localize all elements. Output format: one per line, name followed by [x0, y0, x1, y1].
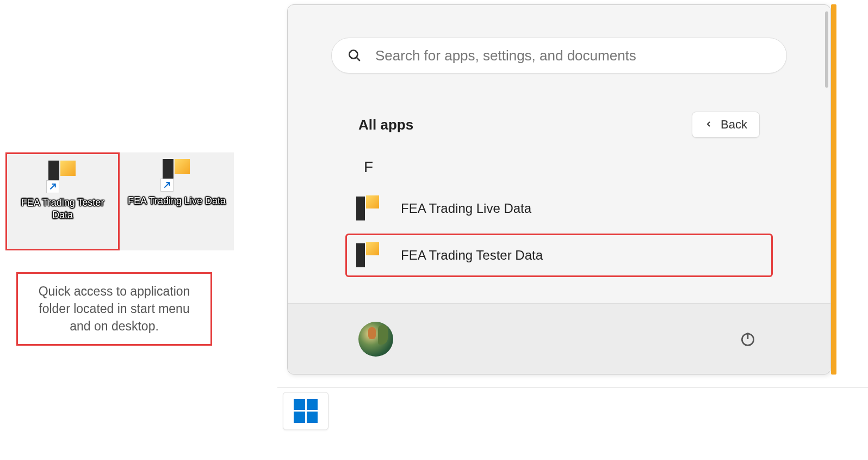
app-item-label: FEA Trading Tester Data: [401, 248, 543, 263]
power-button[interactable]: [736, 327, 760, 351]
app-item-label: FEA Trading Live Data: [401, 201, 531, 216]
search-input[interactable]: [375, 47, 771, 64]
desktop-shortcut-fea-tester[interactable]: FEA Trading Tester Data: [5, 152, 120, 250]
app-item-fea-live[interactable]: FEA Trading Live Data: [345, 187, 773, 230]
app-icon: [354, 241, 385, 269]
search-icon: [347, 48, 362, 63]
desktop-shortcut-label: FEA Trading Tester Data: [7, 197, 118, 221]
svg-line-1: [356, 57, 360, 61]
desktop-icons-area: FEA Trading Tester Data FEA Trading Live…: [5, 152, 234, 250]
app-item-fea-tester[interactable]: FEA Trading Tester Data: [345, 234, 773, 277]
taskbar: [277, 387, 868, 434]
search-box[interactable]: [331, 38, 787, 73]
all-apps-title: All apps: [358, 116, 413, 133]
start-menu-panel: All apps Back F FEA Trading Live Data: [287, 4, 831, 375]
app-icon: [159, 157, 194, 192]
start-menu-footer: [288, 303, 830, 374]
user-avatar[interactable]: [358, 322, 393, 357]
back-button[interactable]: Back: [692, 112, 760, 138]
scrollbar[interactable]: [825, 11, 828, 298]
chevron-left-icon: [704, 118, 713, 132]
accent-bar: [831, 4, 836, 375]
desktop-shortcut-fea-live[interactable]: FEA Trading Live Data: [120, 152, 234, 250]
app-icon: [45, 158, 80, 193]
app-icon: [354, 194, 385, 223]
section-letter[interactable]: F: [342, 154, 776, 180]
caption-text: Quick access to application folder locat…: [16, 272, 212, 346]
shortcut-arrow-icon: [160, 179, 173, 192]
shortcut-arrow-icon: [46, 180, 59, 193]
back-button-label: Back: [721, 118, 747, 132]
svg-point-0: [349, 50, 357, 58]
windows-logo-icon: [294, 399, 318, 423]
start-button[interactable]: [283, 392, 328, 430]
desktop-shortcut-label: FEA Trading Live Data: [123, 195, 230, 207]
app-list: F FEA Trading Live Data FEA Trading Test…: [342, 154, 776, 280]
